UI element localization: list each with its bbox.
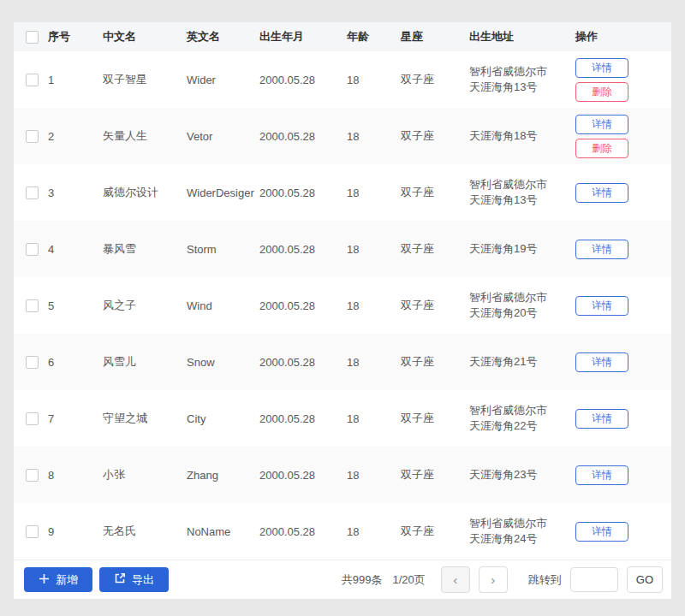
cell-en-name: City (187, 412, 259, 425)
header-cn-name: 中文名 (103, 29, 187, 44)
cell-age: 18 (347, 356, 401, 369)
delete-button[interactable]: 删除 (575, 139, 628, 158)
cell-birth: 2000.05.28 (259, 412, 347, 425)
chevron-right-icon: › (491, 573, 495, 586)
jump-label: 跳转到 (528, 572, 562, 588)
cell-index: 9 (48, 525, 103, 538)
table-row: 5 风之子 Wind 2000.05.28 18 双子座 智利省威德尔市 天涯海… (14, 277, 671, 334)
detail-button[interactable]: 详情 (575, 58, 628, 78)
row-checkbox[interactable] (26, 243, 39, 256)
cell-actions: 详情 删除 (575, 58, 671, 102)
table-row: 6 风雪儿 Snow 2000.05.28 18 双子座 天涯海角21号 详情 (14, 334, 671, 390)
cell-birth: 2000.05.28 (259, 525, 347, 538)
table-header-row: 序号 中文名 英文名 出生年月 年龄 星座 出生地址 操作 (14, 22, 671, 51)
cell-actions: 详情 (575, 183, 671, 203)
row-checkbox[interactable] (26, 130, 39, 143)
cell-en-name: Vetor (187, 130, 259, 143)
cell-zodiac: 双子座 (401, 241, 469, 257)
table-row: 7 守望之城 City 2000.05.28 18 双子座 智利省威德尔市 天涯… (14, 390, 671, 447)
detail-button[interactable]: 详情 (575, 409, 628, 429)
cell-index: 2 (48, 130, 103, 143)
cell-birth: 2000.05.28 (259, 356, 347, 369)
cell-index: 4 (48, 243, 103, 256)
cell-address: 智利省威德尔市 天涯海角13号 (469, 64, 575, 95)
row-checkbox[interactable] (26, 299, 39, 312)
cell-zodiac: 双子座 (401, 354, 469, 370)
detail-button[interactable]: 详情 (575, 352, 628, 372)
header-actions: 操作 (575, 29, 671, 44)
cell-birth: 2000.05.28 (259, 130, 347, 143)
header-zodiac: 星座 (401, 29, 469, 44)
detail-button[interactable]: 详情 (575, 465, 628, 485)
row-checkbox[interactable] (26, 525, 39, 538)
cell-actions: 详情 (575, 409, 671, 429)
export-button[interactable]: 导出 (99, 567, 169, 592)
header-en-name: 英文名 (187, 29, 259, 44)
cell-zodiac: 双子座 (401, 411, 469, 426)
cell-index: 7 (48, 412, 103, 425)
table-body: 1 双子智星 Wider 2000.05.28 18 双子座 智利省威德尔市 天… (14, 51, 671, 560)
cell-zodiac: 双子座 (401, 185, 469, 200)
cell-address: 天涯海角19号 (469, 241, 575, 257)
detail-button[interactable]: 详情 (575, 115, 628, 134)
export-icon (114, 572, 126, 587)
total-count: 共999条 (342, 572, 383, 588)
cell-actions: 详情 (575, 296, 671, 316)
select-all-checkbox[interactable] (26, 31, 39, 44)
cell-cn-name: 威德尔设计 (103, 185, 187, 200)
row-checkbox[interactable] (26, 469, 39, 482)
data-table-card: 序号 中文名 英文名 出生年月 年龄 星座 出生地址 操作 1 双子智星 Wid… (14, 22, 671, 599)
table-row: 9 无名氏 NoName 2000.05.28 18 双子座 智利省威德尔市 天… (14, 503, 671, 560)
cell-en-name: NoName (187, 525, 259, 538)
cell-actions: 详情 删除 (575, 115, 671, 158)
detail-button[interactable]: 详情 (575, 240, 628, 259)
detail-button[interactable]: 详情 (575, 183, 628, 203)
page-indicator: 1/20页 (392, 572, 425, 588)
next-page-button[interactable]: › (479, 566, 508, 593)
table-row: 1 双子智星 Wider 2000.05.28 18 双子座 智利省威德尔市 天… (14, 51, 671, 108)
cell-age: 18 (347, 299, 401, 312)
header-age: 年龄 (347, 29, 401, 44)
cell-actions: 详情 (575, 352, 671, 372)
cell-age: 18 (347, 525, 401, 538)
add-button[interactable]: 新增 (24, 567, 92, 592)
cell-address: 天涯海角23号 (469, 467, 575, 483)
prev-page-button[interactable]: ‹ (441, 566, 470, 593)
row-checkbox[interactable] (26, 187, 39, 199)
cell-cn-name: 暴风雪 (103, 241, 187, 257)
row-checkbox[interactable] (26, 74, 39, 86)
detail-button[interactable]: 详情 (575, 296, 628, 316)
cell-age: 18 (347, 74, 401, 86)
delete-button[interactable]: 删除 (575, 82, 628, 102)
cell-address: 天涯海角18号 (469, 128, 575, 144)
table-row: 4 暴风雪 Storm 2000.05.28 18 双子座 天涯海角19号 详情 (14, 221, 671, 277)
header-birth: 出生年月 (259, 29, 347, 44)
cell-actions: 详情 (575, 522, 671, 542)
row-checkbox[interactable] (26, 412, 39, 425)
header-address: 出生地址 (469, 29, 575, 44)
cell-cn-name: 双子智星 (103, 72, 187, 87)
cell-zodiac: 双子座 (401, 467, 469, 483)
cell-en-name: Wind (187, 299, 259, 312)
cell-cn-name: 守望之城 (103, 411, 187, 426)
footer-actions: 新增 导出 (24, 567, 169, 592)
cell-address: 智利省威德尔市 天涯海角20号 (469, 290, 575, 321)
cell-age: 18 (347, 469, 401, 482)
cell-en-name: Zhang (187, 469, 259, 482)
cell-cn-name: 风雪儿 (103, 354, 187, 370)
cell-index: 3 (48, 187, 103, 199)
cell-index: 1 (48, 74, 103, 86)
plus-icon (39, 573, 50, 587)
row-checkbox[interactable] (26, 356, 39, 369)
jump-page-input[interactable] (570, 567, 618, 592)
cell-birth: 2000.05.28 (259, 243, 347, 256)
detail-button[interactable]: 详情 (575, 522, 628, 542)
cell-zodiac: 双子座 (401, 524, 469, 539)
cell-address: 智利省威德尔市 天涯海角13号 (469, 177, 575, 208)
cell-address: 天涯海角21号 (469, 354, 575, 370)
cell-zodiac: 双子座 (401, 72, 469, 87)
table-row: 3 威德尔设计 WiderDesiger 2000.05.28 18 双子座 智… (14, 164, 671, 221)
table-row: 2 矢量人生 Vetor 2000.05.28 18 双子座 天涯海角18号 详… (14, 108, 671, 164)
table-row: 8 小张 Zhang 2000.05.28 18 双子座 天涯海角23号 详情 (14, 447, 671, 503)
go-button[interactable]: GO (627, 566, 663, 593)
